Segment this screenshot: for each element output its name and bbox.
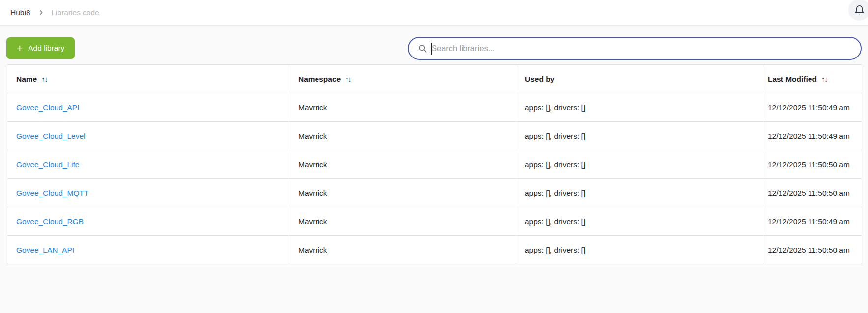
column-header-used-by: Used by [516, 65, 763, 93]
breadcrumb-current-page: Libraries code [52, 8, 99, 17]
cell-name: Govee_LAN_API [7, 236, 289, 264]
breadcrumb: Hubi8 Libraries code [10, 0, 99, 25]
cell-name: Govee_Cloud_API [7, 93, 289, 122]
search-icon [418, 44, 431, 53]
sort-icon[interactable]: ↑↓ [821, 75, 827, 83]
table-row: Govee_Cloud_LevelMavrrickapps: [], drive… [7, 122, 862, 150]
plus-icon: + [17, 43, 23, 53]
cell-last-modified: 12/12/2025 11:50:49 am [763, 207, 862, 236]
table-row: Govee_Cloud_LifeMavrrickapps: [], driver… [7, 150, 862, 179]
cell-name: Govee_Cloud_RGB [7, 207, 289, 236]
table-header-row: Name↑↓Namespace↑↓Used byLast Modified↑↓ [7, 65, 862, 93]
search-box[interactable] [408, 37, 862, 60]
cell-namespace: Mavrrick [289, 207, 516, 236]
search-input[interactable] [432, 44, 852, 53]
cell-namespace: Mavrrick [289, 179, 516, 207]
cell-used-by: apps: [], drivers: [] [516, 207, 763, 236]
cell-last-modified: 12/12/2025 11:50:49 am [763, 122, 862, 150]
libraries-table: Name↑↓Namespace↑↓Used byLast Modified↑↓ … [7, 64, 862, 264]
notifications-button[interactable] [848, 0, 868, 21]
cell-last-modified: 12/12/2025 11:50:50 am [763, 236, 862, 264]
column-label: Used by [525, 75, 554, 83]
table-row: Govee_Cloud_MQTTMavrrickapps: [], driver… [7, 179, 862, 207]
sort-icon[interactable]: ↑↓ [345, 75, 351, 83]
cell-used-by: apps: [], drivers: [] [516, 122, 763, 150]
add-library-label: Add library [28, 44, 64, 53]
cell-name: Govee_Cloud_MQTT [7, 179, 289, 207]
table-row: Govee_Cloud_APIMavrrickapps: [], drivers… [7, 93, 862, 122]
column-label: Namespace [298, 75, 341, 83]
cell-name: Govee_Cloud_Level [7, 122, 289, 150]
cell-used-by: apps: [], drivers: [] [516, 150, 763, 179]
column-header-last-modified[interactable]: Last Modified↑↓ [763, 65, 862, 93]
column-header-namespace[interactable]: Namespace↑↓ [289, 65, 516, 93]
library-name-link[interactable]: Govee_Cloud_API [16, 103, 79, 112]
bell-icon [854, 4, 865, 16]
chevron-right-icon [38, 9, 44, 16]
table-body: Govee_Cloud_APIMavrrickapps: [], drivers… [7, 93, 862, 264]
cell-namespace: Mavrrick [289, 93, 516, 122]
sort-icon[interactable]: ↑↓ [41, 75, 47, 83]
cell-name: Govee_Cloud_Life [7, 150, 289, 179]
top-bar: Hubi8 Libraries code [0, 0, 868, 26]
cell-last-modified: 12/12/2025 11:50:50 am [763, 150, 862, 179]
cell-namespace: Mavrrick [289, 122, 516, 150]
add-library-button[interactable]: + Add library [6, 37, 75, 59]
column-header-name[interactable]: Name↑↓ [7, 65, 289, 93]
cell-last-modified: 12/12/2025 11:50:50 am [763, 179, 862, 207]
cell-used-by: apps: [], drivers: [] [516, 236, 763, 264]
cell-last-modified: 12/12/2025 11:50:49 am [763, 93, 862, 122]
library-name-link[interactable]: Govee_Cloud_RGB [16, 217, 84, 226]
breadcrumb-hub-link[interactable]: Hubi8 [10, 8, 30, 17]
column-label: Last Modified [768, 75, 817, 83]
cell-namespace: Mavrrick [289, 150, 516, 179]
library-name-link[interactable]: Govee_LAN_API [16, 246, 74, 254]
app-root: Hubi8 Libraries code + Add library [0, 0, 868, 313]
library-name-link[interactable]: Govee_Cloud_MQTT [16, 189, 88, 197]
library-name-link[interactable]: Govee_Cloud_Life [16, 160, 79, 169]
cell-used-by: apps: [], drivers: [] [516, 93, 763, 122]
table-row: Govee_LAN_APIMavrrickapps: [], drivers: … [7, 236, 862, 264]
library-name-link[interactable]: Govee_Cloud_Level [16, 132, 85, 140]
cell-used-by: apps: [], drivers: [] [516, 179, 763, 207]
column-label: Name [16, 75, 37, 83]
table-row: Govee_Cloud_RGBMavrrickapps: [], drivers… [7, 207, 862, 236]
cell-namespace: Mavrrick [289, 236, 516, 264]
